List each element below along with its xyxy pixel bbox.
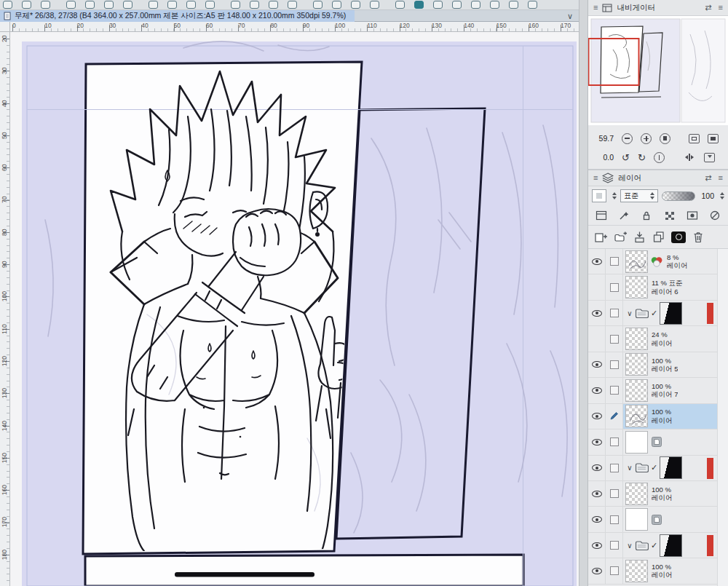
layer-visibility-toggle[interactable] xyxy=(588,378,606,403)
layer-checkbox[interactable] xyxy=(606,378,623,403)
toolbar-icon[interactable] xyxy=(370,1,379,9)
layer-thumbnail[interactable] xyxy=(625,560,648,582)
flip-horizontal-button[interactable] xyxy=(683,154,696,161)
layer-thumbnail[interactable] xyxy=(625,353,648,376)
toolbar-icon[interactable] xyxy=(313,1,323,9)
layer-row[interactable]: 100 %레이어 xyxy=(588,558,728,584)
fit-to-screen-button[interactable] xyxy=(689,134,700,143)
toolbar-icon-selected[interactable] xyxy=(414,1,424,9)
layer-visibility-toggle[interactable] xyxy=(588,274,606,299)
layer-checkbox[interactable] xyxy=(606,507,623,531)
rotate-left-button[interactable]: ↺ xyxy=(622,153,630,162)
toolbar-icon[interactable] xyxy=(85,1,95,9)
layer-thumbnail[interactable] xyxy=(625,508,648,531)
document-tab[interactable]: 무제* 26/38, 27/38 (B4 364.00 x 257.00mm 제… xyxy=(0,10,355,22)
toolbar-icon[interactable] xyxy=(3,1,12,9)
toolbar-icon[interactable] xyxy=(490,1,499,9)
combine-mode-spinner[interactable] xyxy=(612,190,617,202)
toolbar-icon[interactable] xyxy=(104,1,114,9)
layer-visibility-toggle[interactable] xyxy=(588,429,606,454)
layer-checkbox[interactable] xyxy=(606,456,623,480)
layer-visibility-toggle[interactable] xyxy=(588,558,606,583)
toolbar-icon[interactable] xyxy=(433,1,443,9)
layer-mask-thumbnail[interactable] xyxy=(660,456,682,479)
layer-color-icon[interactable] xyxy=(618,210,630,221)
layer-thumbnail[interactable] xyxy=(625,483,648,505)
combine-mode-button[interactable] xyxy=(592,189,606,202)
toolbar-icon[interactable] xyxy=(395,1,405,9)
tab-list-chevron-icon[interactable]: ∨ xyxy=(567,10,573,22)
layer-visibility-toggle[interactable] xyxy=(588,507,606,531)
panel-options-icon[interactable]: ≡ xyxy=(719,173,723,183)
layer-row[interactable]: 100 %레이어 5 xyxy=(588,352,728,378)
opacity-spinner[interactable] xyxy=(720,190,724,202)
layer-folder-row[interactable]: ∨ ✓ xyxy=(588,456,728,481)
palette-dock-icon[interactable]: ⇄ xyxy=(705,173,711,183)
paper-layer-row[interactable] xyxy=(588,429,728,455)
panel-menu-icon[interactable]: ≡ xyxy=(593,174,598,182)
enable-mask-icon[interactable] xyxy=(687,210,698,221)
collapse-panel-icon[interactable]: ⇄ xyxy=(705,3,711,12)
layer-thumbnail[interactable] xyxy=(625,250,648,273)
layer-visibility-toggle[interactable] xyxy=(588,404,606,429)
zoom-in-button[interactable] xyxy=(641,133,652,144)
toolbar-icon[interactable] xyxy=(123,1,132,9)
chevron-down-icon[interactable]: ∨ xyxy=(625,309,635,317)
layer-thumbnail[interactable] xyxy=(625,379,648,402)
layer-row[interactable]: 8 %레이어 xyxy=(588,249,728,274)
navigator-preview[interactable] xyxy=(588,16,728,125)
fit-to-window-button[interactable] xyxy=(708,134,719,143)
layer-row[interactable]: 11 % 표준레이어 6 xyxy=(588,274,728,300)
toolbar-icon[interactable] xyxy=(205,1,215,9)
toolbar-icon[interactable] xyxy=(250,1,259,9)
blend-mode-select[interactable]: 표준 xyxy=(620,189,658,202)
reference-layer-icon[interactable] xyxy=(709,210,721,221)
layer-visibility-toggle[interactable] xyxy=(588,456,606,480)
opacity-slider[interactable] xyxy=(662,191,695,201)
layer-visibility-toggle[interactable] xyxy=(588,533,606,558)
chevron-down-icon[interactable]: ∨ xyxy=(625,464,635,472)
layer-checkbox[interactable] xyxy=(606,326,623,351)
main-canvas[interactable] xyxy=(10,32,579,586)
alpha-lock-icon[interactable] xyxy=(664,210,676,221)
reset-rotation-button[interactable] xyxy=(654,152,665,163)
layer-visibility-toggle[interactable] xyxy=(588,301,606,325)
layer-thumbnail[interactable] xyxy=(625,276,648,298)
transfer-down-button[interactable] xyxy=(633,231,646,243)
layer-mask-thumbnail[interactable] xyxy=(660,302,682,325)
toolbar-icon[interactable] xyxy=(231,1,240,9)
zoom-100-button[interactable] xyxy=(660,133,670,144)
toolbar-icon[interactable] xyxy=(528,1,537,9)
toolbar-icon[interactable] xyxy=(41,1,50,9)
zoom-out-button[interactable] xyxy=(622,133,633,144)
layer-folder-row[interactable]: ∨ ✓ xyxy=(588,533,728,558)
toolbar-icon[interactable] xyxy=(471,1,480,9)
layer-row[interactable]: 24 %레이어 xyxy=(588,326,728,352)
rotate-right-button[interactable]: ↻ xyxy=(638,153,646,162)
toolbar-icon[interactable] xyxy=(186,1,196,9)
toolbar-icon[interactable] xyxy=(332,1,341,9)
toolbar-icon[interactable] xyxy=(22,1,31,9)
layer-visibility-toggle[interactable] xyxy=(588,352,606,377)
layer-checkbox[interactable] xyxy=(606,558,623,583)
layer-thumbnail[interactable] xyxy=(625,405,648,427)
duplicate-layer-button[interactable] xyxy=(652,231,665,243)
lock-icon[interactable] xyxy=(641,210,652,221)
new-layer-button[interactable] xyxy=(594,231,608,243)
layer-row[interactable]: 100 %레이어 7 xyxy=(588,378,728,403)
panel-divider[interactable] xyxy=(579,0,588,586)
layer-checkbox[interactable] xyxy=(606,274,623,299)
chevron-down-icon[interactable]: ∨ xyxy=(625,542,635,550)
toolbar-icon[interactable] xyxy=(509,1,518,9)
layer-visibility-toggle[interactable] xyxy=(588,326,606,351)
panel-options-icon[interactable]: ≡ xyxy=(719,3,723,12)
layer-thumbnail[interactable] xyxy=(625,328,648,350)
layer-row-selected[interactable]: 100 %레이어 xyxy=(588,404,728,429)
paper-layer-row[interactable] xyxy=(588,507,728,532)
layer-row[interactable]: 100 %레이어 xyxy=(588,481,728,507)
layer-mask-thumbnail[interactable] xyxy=(660,534,682,557)
tone-effect-icon[interactable] xyxy=(596,210,607,221)
toolbar-icon[interactable] xyxy=(351,1,360,9)
toolbar-icon[interactable] xyxy=(149,1,158,9)
layer-checkbox[interactable] xyxy=(606,533,623,558)
